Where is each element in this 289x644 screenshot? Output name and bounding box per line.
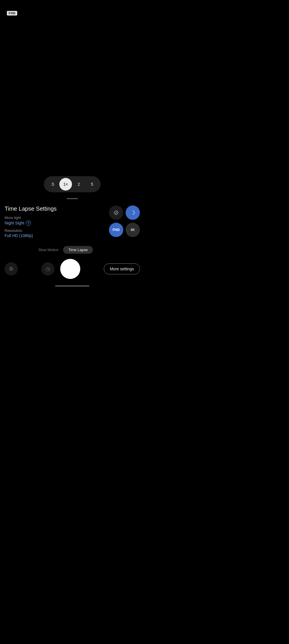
night-mode-icon-button[interactable]: ☽ <box>126 205 140 220</box>
timer-icon: ◷ <box>46 266 50 272</box>
zoom-5x-button[interactable]: 5 <box>86 178 98 191</box>
zoom-2x-button[interactable]: 2 <box>73 178 85 191</box>
more-settings-button[interactable]: More settings <box>104 263 140 274</box>
fhd-resolution-badge: FHD <box>7 11 17 15</box>
zoom-1x-button[interactable]: 1× <box>59 178 72 191</box>
night-sight-text: Night Sight <box>5 221 24 225</box>
settings-icon-button[interactable]: ⚙ <box>5 262 18 276</box>
no-entry-icon: ⊘ <box>114 209 119 216</box>
viewfinder: FHD .5 1× 2 5 <box>0 0 144 195</box>
slow-motion-mode-label[interactable]: Slow Motion <box>34 248 63 252</box>
settings-overlay: Time Lapse Settings More light Night Sig… <box>5 201 140 244</box>
zoom-controls: .5 1× 2 5 <box>44 176 101 192</box>
resolution-text: Full HD (1080p) <box>5 233 33 238</box>
shutter-button[interactable] <box>60 259 80 279</box>
shutter-inner <box>62 260 79 278</box>
shutter-left-icons: ⚙ <box>5 262 18 276</box>
zoom-0.5x-button[interactable]: .5 <box>46 178 59 191</box>
timer-icon-button[interactable]: ◷ <box>41 262 54 276</box>
mode-selector-row: Slow Motion Time Lapse Video <box>5 244 140 256</box>
gear-icon: ⚙ <box>9 266 13 272</box>
moon-icon: ☽ <box>130 209 135 216</box>
4k-button[interactable]: 4K <box>126 223 140 237</box>
shutter-row: ⚙ ◷ More settings <box>5 256 140 284</box>
timelapse-mode-label[interactable]: Time Lapse <box>63 246 93 254</box>
no-entry-icon-button[interactable]: ⊘ <box>109 205 123 220</box>
night-sight-help-icon[interactable]: ? <box>26 220 31 226</box>
drag-handle <box>67 198 78 199</box>
home-indicator <box>55 285 89 287</box>
bottom-panel: Time Lapse Settings More light Night Sig… <box>0 201 144 284</box>
fhd-button[interactable]: FHD <box>109 223 123 237</box>
